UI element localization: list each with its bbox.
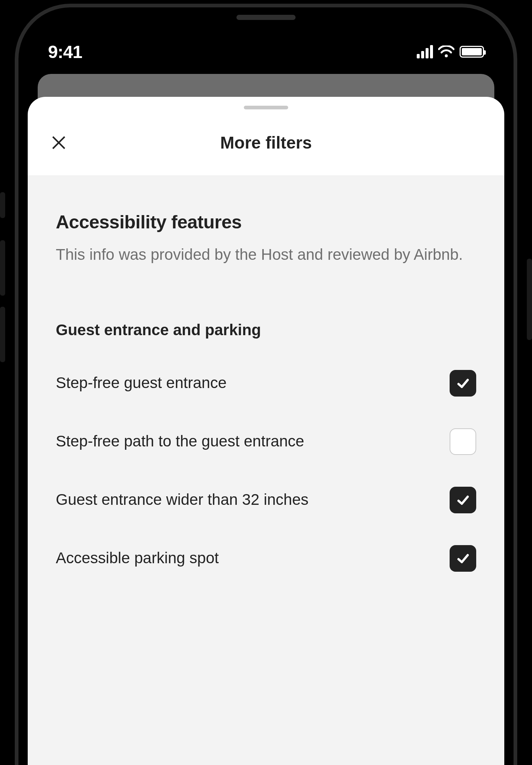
device-frame: 9:41: [0, 0, 532, 765]
sheet-body[interactable]: Accessibility features This info was pro…: [28, 176, 504, 765]
option-row[interactable]: Step-free guest entrance: [56, 370, 476, 397]
status-time: 9:41: [48, 42, 82, 62]
option-label: Step-free path to the guest entrance: [56, 431, 304, 452]
checkbox-accessible-parking[interactable]: [450, 545, 476, 572]
sheet-title: More filters: [220, 133, 312, 153]
status-icons: [417, 45, 484, 58]
option-row[interactable]: Accessible parking spot: [56, 545, 476, 572]
close-icon: [51, 135, 67, 151]
check-icon: [456, 493, 470, 507]
filters-sheet: More filters Accessibility features This…: [28, 97, 504, 765]
close-button[interactable]: [48, 132, 70, 154]
option-row[interactable]: Step-free path to the guest entrance: [56, 428, 476, 455]
status-bar: 9:41: [48, 37, 484, 67]
battery-icon: [460, 46, 484, 58]
speaker-grill: [236, 15, 296, 20]
cellular-signal-icon: [417, 45, 433, 58]
power-button: [527, 259, 532, 340]
group-title: Guest entrance and parking: [56, 321, 476, 339]
checkbox-entrance-width[interactable]: [450, 487, 476, 513]
section-description: This info was provided by the Host and r…: [56, 244, 476, 266]
check-icon: [456, 551, 470, 566]
checkbox-step-free-path[interactable]: [450, 428, 476, 455]
section-title: Accessibility features: [56, 211, 476, 233]
svg-point-0: [445, 54, 448, 57]
checkbox-step-free-entrance[interactable]: [450, 370, 476, 397]
option-label: Step-free guest entrance: [56, 373, 226, 394]
volume-up-button: [0, 240, 5, 296]
check-icon: [456, 376, 470, 391]
option-label: Accessible parking spot: [56, 548, 219, 569]
mute-switch: [0, 192, 5, 218]
wifi-icon: [438, 45, 454, 58]
volume-down-button: [0, 307, 5, 362]
option-label: Guest entrance wider than 32 inches: [56, 489, 308, 510]
option-row[interactable]: Guest entrance wider than 32 inches: [56, 487, 476, 513]
sheet-header: More filters: [28, 109, 504, 176]
sheet-grabber[interactable]: [244, 106, 288, 109]
